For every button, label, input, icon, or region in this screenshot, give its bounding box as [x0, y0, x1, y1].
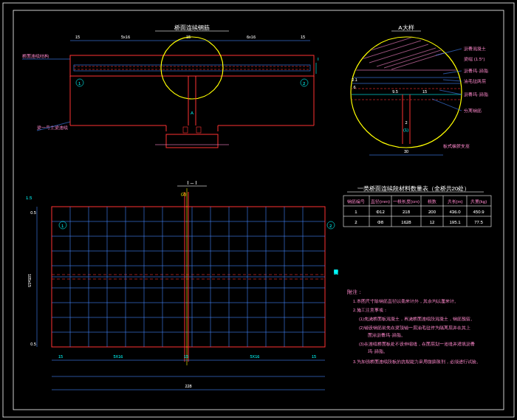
svg-text:梁一号主梁连续: 梁一号主梁连续 — [37, 125, 68, 130]
svg-line-44 — [443, 71, 462, 74]
dim-h2: 105x15 — [27, 274, 32, 287]
elevation-title: 桥面连续钢筋 — [174, 24, 210, 31]
note-1: 1.本图尺寸除钢筋直径以毫米计外，其余均以厘米计。 — [353, 298, 459, 303]
plan-title: I – I — [187, 179, 196, 186]
dim-plan-left: 15 — [58, 354, 63, 359]
dim-plan-s1: 5X16 — [114, 354, 123, 359]
svg-text:6: 6 — [353, 85, 355, 89]
detail-view: A大样 沥青混凝土 梁端 (1.5°) 沥青玛··蹄脂 油毛毡两层 沥青玛··蹄… — [351, 24, 488, 155]
svg-text:450.9: 450.9 — [473, 210, 485, 214]
f2: (2) — [181, 192, 186, 196]
cad-drawing: 桥面连续钢筋 15 5x16 15 6x16 15 桥面连续结构 1 2 A I… — [0, 0, 517, 420]
plan-right-label: 实际桥面宽度 — [334, 269, 339, 275]
dim-plan-total: 228 — [185, 384, 191, 388]
d-layer5: 板式橡胶支座 — [442, 143, 470, 148]
svg-text:根数: 根数 — [428, 199, 436, 204]
note-22: (2)铺设钢筋前先在梁顶铺一层油毛毡作为隔离层并在其上 — [359, 325, 470, 330]
plan-view: I – I (2) 1.5 0.5 105x15 0.5 1 2 实际桥面宽度 … — [26, 179, 339, 390]
svg-text:1.5: 1.5 — [26, 196, 32, 200]
callout-2: 2 — [303, 81, 306, 86]
svg-rect-18 — [166, 134, 218, 148]
dim-h1: 0.5 — [30, 210, 36, 215]
svg-rect-19 — [183, 127, 188, 133]
material-table: 一类桥面连续段材料数量表（全桥共20处） 钢筋编号 直径(mm) 一根长度(cm… — [343, 185, 491, 227]
svg-text:1: 1 — [61, 224, 64, 228]
svg-point-7 — [161, 37, 223, 99]
note-23: (3)在连续桥面板处不设伸缩缝，在面层划一道缝并灌填沥青 — [359, 341, 475, 346]
dim-15: 15 — [422, 89, 427, 94]
detail-title: A大样 — [398, 24, 414, 31]
dim-h3: 0.5 — [30, 342, 36, 346]
note-2: 2.施工注意事项： — [353, 307, 388, 312]
dim-plan-right: 15 — [312, 354, 316, 359]
svg-text:梁端 (1.5°): 梁端 (1.5°) — [464, 56, 485, 61]
svg-text:钢筋编号: 钢筋编号 — [346, 199, 365, 204]
svg-text:195.1: 195.1 — [449, 220, 461, 224]
leader-left: 桥面连续结构 — [21, 54, 49, 58]
dim-elev-right: 15 — [301, 35, 305, 39]
svg-rect-20 — [196, 127, 201, 133]
svg-line-47 — [432, 99, 462, 111]
d-layer3: 沥青玛··蹄脂 — [464, 92, 488, 97]
arrow-i: I — [318, 57, 319, 61]
svg-line-45 — [443, 80, 462, 81]
svg-line-30 — [369, 44, 428, 63]
note-23b: 玛··蹄脂。 — [368, 348, 388, 354]
svg-text:共长(m): 共长(m) — [448, 199, 463, 204]
dim-detail-w: 30 — [404, 149, 408, 154]
svg-text:2: 2 — [355, 220, 357, 224]
callout-1: 1 — [78, 81, 81, 86]
svg-rect-3 — [70, 55, 314, 76]
elevation-view: 桥面连续钢筋 15 5x16 15 6x16 15 桥面连续结构 1 2 A I… — [21, 24, 319, 148]
dim-21: 2.1 — [352, 78, 357, 82]
dim-elev-left: 15 — [75, 35, 80, 39]
svg-text:77.5: 77.5 — [474, 220, 483, 224]
svg-line-32 — [384, 49, 443, 68]
svg-text:2: 2 — [329, 224, 332, 228]
note-3: 3.为加强桥面连续段板的抗裂能力采用微膨胀剂，必须进行试验。 — [353, 359, 481, 364]
dim-plan-mid: 15 — [184, 354, 188, 359]
d-layer4: 分离钢筋 — [464, 108, 482, 113]
svg-text:Φ12: Φ12 — [376, 210, 385, 214]
notes-title: 附注： — [347, 289, 363, 295]
svg-text:1628: 1628 — [401, 220, 411, 224]
dim-elev-span1: 5x16 — [121, 35, 130, 39]
svg-text:12: 12 — [430, 220, 435, 224]
svg-text:200: 200 — [428, 210, 436, 214]
d-layer1: 沥青玛··蹄脂 — [464, 68, 488, 73]
d-layer2: 油毛毡两层 — [464, 78, 486, 83]
hatch-label: 沥青混凝土 — [464, 47, 486, 51]
svg-rect-4 — [74, 65, 310, 71]
svg-text:436.0: 436.0 — [449, 210, 461, 214]
svg-text:直径(mm): 直径(mm) — [371, 199, 390, 204]
table-title: 一类桥面连续段材料数量表（全桥共20处） — [357, 185, 470, 192]
dim-2: 2 — [405, 120, 407, 125]
svg-text:1: 1 — [355, 210, 357, 214]
svg-text:共重(kg): 共重(kg) — [470, 199, 487, 204]
notes: 附注： 1.本图尺寸除钢筋直径以毫米计外，其余均以厘米计。 2.施工注意事项： … — [347, 289, 481, 364]
dim-plan-s2: 5X16 — [250, 354, 260, 359]
note-22b: 面涂沥青玛··蹄脂。 — [368, 332, 405, 337]
svg-line-31 — [377, 48, 436, 66]
svg-line-46 — [439, 90, 462, 94]
note-21: (1)先浇桥面板混凝土，再浇桥面连续段混凝土，钢筋预留。 — [359, 317, 475, 321]
dim-95: 9.5 — [392, 89, 398, 94]
arrow-a: A — [191, 111, 194, 115]
dim-elev-span2: 6x16 — [247, 35, 256, 39]
f1: (1) — [403, 128, 408, 132]
svg-line-43 — [436, 49, 462, 55]
svg-text:Φ8: Φ8 — [377, 220, 384, 224]
svg-text:一根长度(cm): 一根长度(cm) — [393, 199, 420, 204]
svg-line-28 — [355, 37, 414, 55]
svg-text:218: 218 — [403, 210, 411, 214]
